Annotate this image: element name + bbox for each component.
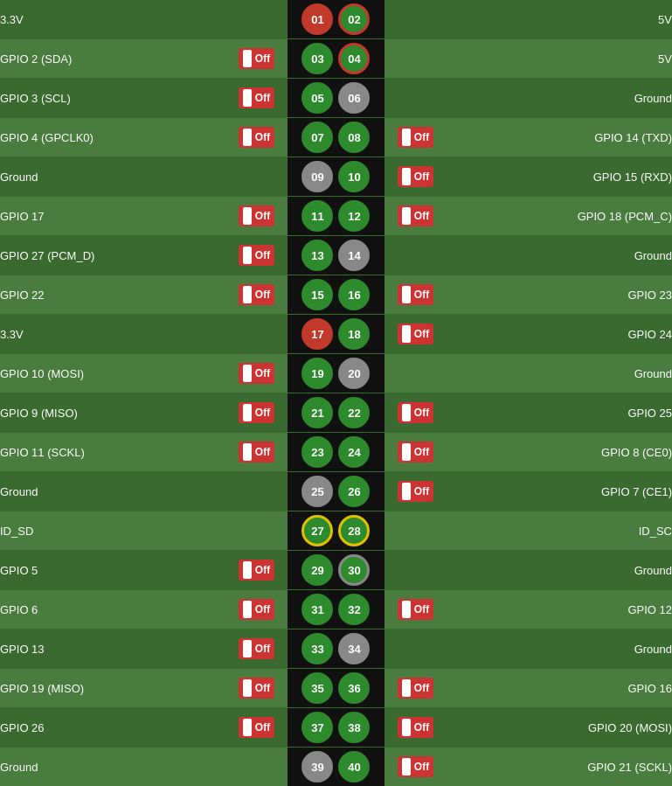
pin-circle-left[interactable]: 11	[301, 200, 333, 232]
left-toggle-button[interactable]: Off	[239, 678, 274, 699]
table-row: GPIO 3 (SCL)Off0506Ground	[0, 79, 672, 118]
pin-circle-right[interactable]: 38	[338, 712, 370, 743]
pin-circle-right[interactable]: 04	[338, 43, 370, 74]
left-toggle-cell	[225, 511, 287, 551]
left-toggle-cell	[225, 0, 287, 39]
toggle-label: Off	[414, 446, 429, 458]
pin-circle-right[interactable]: 08	[338, 122, 370, 153]
left-pin-label: GPIO 3 (SCL)	[0, 92, 71, 105]
right-toggle-cell: Off	[384, 315, 446, 354]
left-pin-label: GPIO 19 (MISO)	[0, 682, 84, 695]
pin-circle-left[interactable]: 05	[301, 82, 333, 114]
pin-pair-cell: 0708	[288, 118, 385, 157]
right-toggle-button[interactable]: Off	[398, 127, 433, 148]
right-toggle-button[interactable]: Off	[398, 756, 433, 777]
right-toggle-button[interactable]: Off	[398, 284, 433, 305]
pin-circle-left[interactable]: 03	[301, 43, 333, 74]
right-toggle-button[interactable]: Off	[398, 402, 433, 423]
pin-circle-right[interactable]: 22	[338, 397, 370, 428]
pin-circle-left[interactable]: 23	[301, 436, 333, 468]
pin-circle-right[interactable]: 30	[338, 554, 370, 586]
right-label: Ground	[447, 354, 672, 393]
right-label: GPIO 16	[447, 669, 672, 708]
left-toggle-button[interactable]: Off	[239, 717, 274, 738]
left-label: GPIO 27 (PCM_D)	[0, 236, 225, 275]
pin-circle-left[interactable]: 19	[301, 358, 333, 389]
right-toggle-button[interactable]: Off	[398, 717, 433, 738]
pin-circle-right[interactable]: 10	[338, 161, 370, 192]
pin-circle-right[interactable]: 32	[338, 594, 370, 625]
toggle-label: Off	[255, 721, 270, 734]
left-toggle-button[interactable]: Off	[239, 127, 274, 148]
right-toggle-button[interactable]: Off	[398, 442, 433, 463]
pin-circle-left[interactable]: 15	[301, 279, 333, 310]
table-row: Ground2526OffGPIO 7 (CE1)	[0, 472, 672, 511]
pin-circle-left[interactable]: 17	[301, 318, 333, 350]
toggle-indicator	[243, 679, 252, 697]
pin-pair-cell: 3132	[288, 590, 385, 629]
left-toggle-button[interactable]: Off	[239, 48, 274, 69]
left-toggle-button[interactable]: Off	[239, 245, 274, 266]
pin-circle-right[interactable]: 02	[338, 3, 370, 35]
right-toggle-button[interactable]: Off	[398, 323, 433, 344]
left-toggle-cell	[225, 748, 287, 787]
table-row: GPIO 13Off3334Ground	[0, 629, 672, 669]
pin-circle-left[interactable]: 33	[301, 633, 333, 664]
right-pin-label: Ground	[634, 249, 672, 262]
right-toggle-button[interactable]: Off	[398, 678, 433, 699]
right-toggle-cell	[384, 0, 446, 39]
left-label: Ground	[0, 157, 225, 197]
pin-circle-left[interactable]: 13	[301, 240, 333, 271]
toggle-label: Off	[255, 564, 270, 576]
pin-circle-right[interactable]: 20	[338, 358, 370, 389]
pin-pair-cell: 2728	[288, 511, 385, 551]
pin-circle-left[interactable]: 27	[301, 515, 333, 546]
left-toggle-button[interactable]: Off	[239, 284, 274, 305]
pin-circle-right[interactable]: 26	[338, 476, 370, 507]
pin-circle-right[interactable]: 14	[338, 240, 370, 271]
left-toggle-button[interactable]: Off	[239, 205, 274, 226]
pin-circle-right[interactable]: 16	[338, 279, 370, 310]
table-row: GPIO 10 (MOSI)Off1920Ground	[0, 354, 672, 393]
pin-circle-left[interactable]: 21	[301, 397, 333, 428]
pin-circle-right[interactable]: 28	[338, 515, 370, 546]
right-toggle-button[interactable]: Off	[398, 205, 433, 226]
pin-circle-left[interactable]: 35	[301, 672, 333, 704]
left-toggle-button[interactable]: Off	[239, 442, 274, 463]
left-label: 3.3V	[0, 315, 225, 354]
pin-circle-left[interactable]: 09	[301, 161, 333, 192]
pin-circle-right[interactable]: 24	[338, 436, 370, 468]
table-row: GPIO 11 (SCKL)Off2324OffGPIO 8 (CE0)	[0, 433, 672, 472]
pin-pair-cell: 2526	[288, 472, 385, 511]
pin-circle-right[interactable]: 06	[338, 82, 370, 114]
left-toggle-button[interactable]: Off	[239, 363, 274, 384]
pin-circle-right[interactable]: 18	[338, 318, 370, 350]
right-toggle-button[interactable]: Off	[398, 481, 433, 502]
pin-circle-left[interactable]: 29	[301, 554, 333, 586]
pin-circle-right[interactable]: 36	[338, 672, 370, 704]
right-toggle-button[interactable]: Off	[398, 599, 433, 620]
pin-circle-left[interactable]: 01	[301, 3, 333, 35]
pin-circle-left[interactable]: 37	[301, 712, 333, 743]
toggle-indicator	[243, 129, 252, 146]
left-toggle-button[interactable]: Off	[239, 87, 274, 108]
left-toggle-button[interactable]: Off	[239, 638, 274, 659]
pin-circle-left[interactable]: 31	[301, 594, 333, 625]
right-toggle-cell	[384, 551, 446, 590]
left-toggle-button[interactable]: Off	[239, 599, 274, 620]
pin-circle-right[interactable]: 34	[338, 633, 370, 664]
right-label: GPIO 24	[447, 315, 672, 354]
pin-circle-left[interactable]: 39	[301, 751, 333, 783]
left-toggle-button[interactable]: Off	[239, 402, 274, 423]
pin-circle-left[interactable]: 07	[301, 122, 333, 153]
right-toggle-cell: Off	[384, 669, 446, 708]
left-pin-label: GPIO 5	[0, 564, 38, 577]
toggle-label: Off	[255, 446, 270, 458]
pin-circle-right[interactable]: 12	[338, 200, 370, 232]
right-toggle-button[interactable]: Off	[398, 166, 433, 187]
left-toggle-button[interactable]: Off	[239, 560, 274, 581]
right-toggle-cell: Off	[384, 748, 446, 787]
pin-circle-left[interactable]: 25	[301, 476, 333, 507]
pin-circle-right[interactable]: 40	[338, 751, 370, 783]
left-toggle-cell: Off	[225, 197, 287, 236]
